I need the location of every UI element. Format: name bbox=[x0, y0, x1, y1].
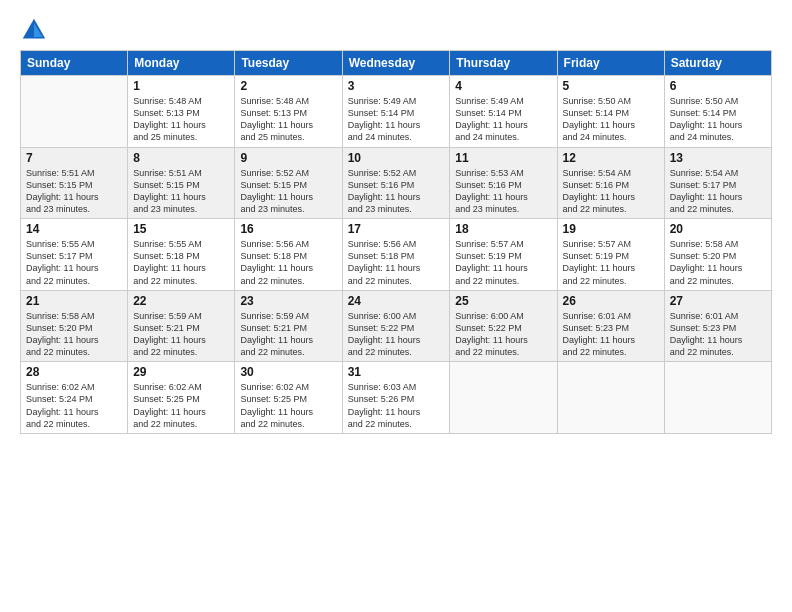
calendar-table: SundayMondayTuesdayWednesdayThursdayFrid… bbox=[20, 50, 772, 434]
calendar-cell: 20Sunrise: 5:58 AM Sunset: 5:20 PM Dayli… bbox=[664, 219, 771, 291]
cell-content: Sunrise: 6:00 AM Sunset: 5:22 PM Dayligh… bbox=[455, 310, 551, 359]
calendar-cell: 23Sunrise: 5:59 AM Sunset: 5:21 PM Dayli… bbox=[235, 290, 342, 362]
calendar-page: SundayMondayTuesdayWednesdayThursdayFrid… bbox=[0, 0, 792, 612]
day-number: 6 bbox=[670, 79, 766, 93]
calendar-cell: 27Sunrise: 6:01 AM Sunset: 5:23 PM Dayli… bbox=[664, 290, 771, 362]
calendar-cell: 6Sunrise: 5:50 AM Sunset: 5:14 PM Daylig… bbox=[664, 76, 771, 148]
weekday-header-wednesday: Wednesday bbox=[342, 51, 450, 76]
calendar-cell bbox=[664, 362, 771, 434]
cell-content: Sunrise: 6:00 AM Sunset: 5:22 PM Dayligh… bbox=[348, 310, 445, 359]
calendar-cell: 3Sunrise: 5:49 AM Sunset: 5:14 PM Daylig… bbox=[342, 76, 450, 148]
day-number: 18 bbox=[455, 222, 551, 236]
cell-content: Sunrise: 5:49 AM Sunset: 5:14 PM Dayligh… bbox=[455, 95, 551, 144]
weekday-header-saturday: Saturday bbox=[664, 51, 771, 76]
weekday-header-row: SundayMondayTuesdayWednesdayThursdayFrid… bbox=[21, 51, 772, 76]
day-number: 26 bbox=[563, 294, 659, 308]
calendar-cell: 29Sunrise: 6:02 AM Sunset: 5:25 PM Dayli… bbox=[128, 362, 235, 434]
cell-content: Sunrise: 5:48 AM Sunset: 5:13 PM Dayligh… bbox=[133, 95, 229, 144]
calendar-cell bbox=[21, 76, 128, 148]
calendar-cell: 7Sunrise: 5:51 AM Sunset: 5:15 PM Daylig… bbox=[21, 147, 128, 219]
calendar-cell: 9Sunrise: 5:52 AM Sunset: 5:15 PM Daylig… bbox=[235, 147, 342, 219]
cell-content: Sunrise: 5:52 AM Sunset: 5:15 PM Dayligh… bbox=[240, 167, 336, 216]
calendar-cell: 18Sunrise: 5:57 AM Sunset: 5:19 PM Dayli… bbox=[450, 219, 557, 291]
calendar-cell: 16Sunrise: 5:56 AM Sunset: 5:18 PM Dayli… bbox=[235, 219, 342, 291]
day-number: 12 bbox=[563, 151, 659, 165]
day-number: 22 bbox=[133, 294, 229, 308]
day-number: 10 bbox=[348, 151, 445, 165]
calendar-cell: 1Sunrise: 5:48 AM Sunset: 5:13 PM Daylig… bbox=[128, 76, 235, 148]
calendar-cell bbox=[557, 362, 664, 434]
calendar-cell: 8Sunrise: 5:51 AM Sunset: 5:15 PM Daylig… bbox=[128, 147, 235, 219]
cell-content: Sunrise: 5:51 AM Sunset: 5:15 PM Dayligh… bbox=[26, 167, 122, 216]
day-number: 27 bbox=[670, 294, 766, 308]
day-number: 19 bbox=[563, 222, 659, 236]
weekday-header-tuesday: Tuesday bbox=[235, 51, 342, 76]
day-number: 16 bbox=[240, 222, 336, 236]
day-number: 20 bbox=[670, 222, 766, 236]
day-number: 21 bbox=[26, 294, 122, 308]
day-number: 15 bbox=[133, 222, 229, 236]
day-number: 11 bbox=[455, 151, 551, 165]
day-number: 14 bbox=[26, 222, 122, 236]
cell-content: Sunrise: 5:54 AM Sunset: 5:17 PM Dayligh… bbox=[670, 167, 766, 216]
day-number: 13 bbox=[670, 151, 766, 165]
day-number: 25 bbox=[455, 294, 551, 308]
cell-content: Sunrise: 5:55 AM Sunset: 5:18 PM Dayligh… bbox=[133, 238, 229, 287]
cell-content: Sunrise: 6:02 AM Sunset: 5:25 PM Dayligh… bbox=[133, 381, 229, 430]
day-number: 2 bbox=[240, 79, 336, 93]
cell-content: Sunrise: 5:58 AM Sunset: 5:20 PM Dayligh… bbox=[670, 238, 766, 287]
cell-content: Sunrise: 5:48 AM Sunset: 5:13 PM Dayligh… bbox=[240, 95, 336, 144]
header bbox=[20, 16, 772, 44]
cell-content: Sunrise: 5:57 AM Sunset: 5:19 PM Dayligh… bbox=[563, 238, 659, 287]
cell-content: Sunrise: 5:56 AM Sunset: 5:18 PM Dayligh… bbox=[240, 238, 336, 287]
calendar-week-row: 21Sunrise: 5:58 AM Sunset: 5:20 PM Dayli… bbox=[21, 290, 772, 362]
calendar-cell: 31Sunrise: 6:03 AM Sunset: 5:26 PM Dayli… bbox=[342, 362, 450, 434]
calendar-cell: 28Sunrise: 6:02 AM Sunset: 5:24 PM Dayli… bbox=[21, 362, 128, 434]
calendar-cell: 21Sunrise: 5:58 AM Sunset: 5:20 PM Dayli… bbox=[21, 290, 128, 362]
cell-content: Sunrise: 6:02 AM Sunset: 5:25 PM Dayligh… bbox=[240, 381, 336, 430]
cell-content: Sunrise: 5:56 AM Sunset: 5:18 PM Dayligh… bbox=[348, 238, 445, 287]
day-number: 29 bbox=[133, 365, 229, 379]
day-number: 24 bbox=[348, 294, 445, 308]
calendar-cell: 15Sunrise: 5:55 AM Sunset: 5:18 PM Dayli… bbox=[128, 219, 235, 291]
cell-content: Sunrise: 5:52 AM Sunset: 5:16 PM Dayligh… bbox=[348, 167, 445, 216]
day-number: 9 bbox=[240, 151, 336, 165]
day-number: 1 bbox=[133, 79, 229, 93]
cell-content: Sunrise: 6:01 AM Sunset: 5:23 PM Dayligh… bbox=[670, 310, 766, 359]
cell-content: Sunrise: 5:58 AM Sunset: 5:20 PM Dayligh… bbox=[26, 310, 122, 359]
calendar-week-row: 1Sunrise: 5:48 AM Sunset: 5:13 PM Daylig… bbox=[21, 76, 772, 148]
weekday-header-thursday: Thursday bbox=[450, 51, 557, 76]
calendar-week-row: 14Sunrise: 5:55 AM Sunset: 5:17 PM Dayli… bbox=[21, 219, 772, 291]
day-number: 4 bbox=[455, 79, 551, 93]
day-number: 28 bbox=[26, 365, 122, 379]
calendar-cell: 25Sunrise: 6:00 AM Sunset: 5:22 PM Dayli… bbox=[450, 290, 557, 362]
calendar-cell: 24Sunrise: 6:00 AM Sunset: 5:22 PM Dayli… bbox=[342, 290, 450, 362]
cell-content: Sunrise: 5:57 AM Sunset: 5:19 PM Dayligh… bbox=[455, 238, 551, 287]
cell-content: Sunrise: 6:03 AM Sunset: 5:26 PM Dayligh… bbox=[348, 381, 445, 430]
cell-content: Sunrise: 6:01 AM Sunset: 5:23 PM Dayligh… bbox=[563, 310, 659, 359]
calendar-cell: 22Sunrise: 5:59 AM Sunset: 5:21 PM Dayli… bbox=[128, 290, 235, 362]
calendar-cell bbox=[450, 362, 557, 434]
day-number: 31 bbox=[348, 365, 445, 379]
day-number: 5 bbox=[563, 79, 659, 93]
weekday-header-monday: Monday bbox=[128, 51, 235, 76]
cell-content: Sunrise: 5:51 AM Sunset: 5:15 PM Dayligh… bbox=[133, 167, 229, 216]
cell-content: Sunrise: 5:55 AM Sunset: 5:17 PM Dayligh… bbox=[26, 238, 122, 287]
cell-content: Sunrise: 5:59 AM Sunset: 5:21 PM Dayligh… bbox=[240, 310, 336, 359]
calendar-cell: 14Sunrise: 5:55 AM Sunset: 5:17 PM Dayli… bbox=[21, 219, 128, 291]
cell-content: Sunrise: 5:53 AM Sunset: 5:16 PM Dayligh… bbox=[455, 167, 551, 216]
calendar-cell: 10Sunrise: 5:52 AM Sunset: 5:16 PM Dayli… bbox=[342, 147, 450, 219]
weekday-header-friday: Friday bbox=[557, 51, 664, 76]
day-number: 8 bbox=[133, 151, 229, 165]
cell-content: Sunrise: 5:54 AM Sunset: 5:16 PM Dayligh… bbox=[563, 167, 659, 216]
calendar-cell: 30Sunrise: 6:02 AM Sunset: 5:25 PM Dayli… bbox=[235, 362, 342, 434]
cell-content: Sunrise: 5:50 AM Sunset: 5:14 PM Dayligh… bbox=[670, 95, 766, 144]
day-number: 30 bbox=[240, 365, 336, 379]
day-number: 23 bbox=[240, 294, 336, 308]
cell-content: Sunrise: 5:50 AM Sunset: 5:14 PM Dayligh… bbox=[563, 95, 659, 144]
cell-content: Sunrise: 5:49 AM Sunset: 5:14 PM Dayligh… bbox=[348, 95, 445, 144]
day-number: 3 bbox=[348, 79, 445, 93]
logo bbox=[20, 16, 50, 44]
day-number: 17 bbox=[348, 222, 445, 236]
calendar-cell: 4Sunrise: 5:49 AM Sunset: 5:14 PM Daylig… bbox=[450, 76, 557, 148]
